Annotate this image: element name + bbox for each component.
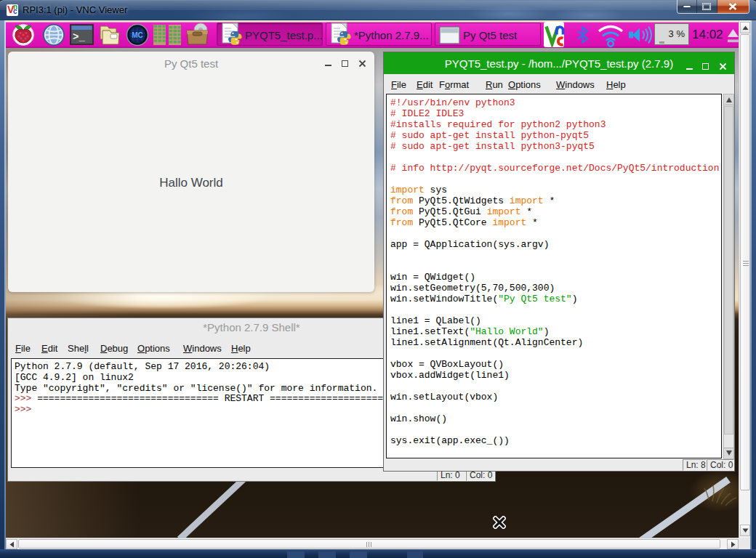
svg-text:MC: MC (132, 31, 143, 39)
svg-text:>_: >_ (73, 31, 85, 43)
